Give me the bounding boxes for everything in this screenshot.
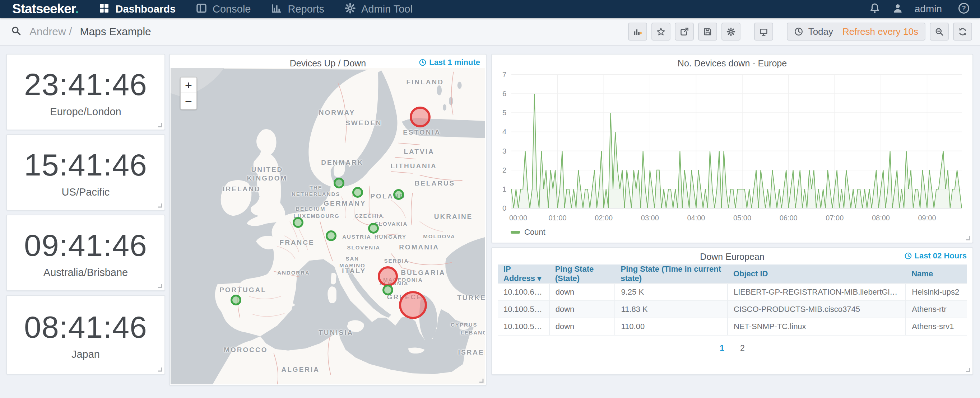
device-marker-up[interactable] bbox=[326, 230, 336, 241]
zoom-out-button[interactable] bbox=[930, 22, 949, 41]
settings-button[interactable] bbox=[721, 22, 740, 41]
resize-handle[interactable] bbox=[478, 377, 484, 383]
map-markers-layer bbox=[170, 68, 485, 384]
time-range-control[interactable]: Today Refresh every 10s bbox=[787, 22, 926, 41]
device-marker-down[interactable] bbox=[399, 291, 427, 319]
breadcrumb-current: Maps Example bbox=[80, 25, 151, 38]
down-devices-table: IP Address ▾Ping State (State)Ping State… bbox=[498, 265, 967, 353]
europe-map[interactable]: NORWAYSWEDENFINLANDESTONIALATVIALITHUANI… bbox=[170, 68, 485, 384]
dashboard-toolbar: Andrew / Maps Example bbox=[0, 18, 980, 46]
bell-icon[interactable] bbox=[869, 2, 881, 16]
clock-icon bbox=[794, 27, 803, 36]
table-body: 10.100.62.4down9.25 KLIEBERT-GP-REGISTRA… bbox=[498, 284, 967, 335]
device-marker-up[interactable] bbox=[293, 217, 304, 228]
refresh-button[interactable] bbox=[953, 22, 972, 41]
clock-panel-brisbane: 09:41:46 Australia/Brisbane bbox=[6, 215, 165, 291]
svg-text:7: 7 bbox=[503, 71, 506, 79]
display-mode-button[interactable] bbox=[754, 22, 773, 41]
breadcrumb-parent[interactable]: Andrew / bbox=[29, 25, 72, 38]
table-cell: Helsinki-ups2 bbox=[906, 284, 967, 301]
column-header[interactable]: Object ID bbox=[727, 265, 906, 284]
table-cell: 9.25 K bbox=[615, 284, 727, 301]
table-panel-title: Down European bbox=[492, 252, 972, 262]
table-row[interactable]: 10.100.59.254down11.83 KCISCO-PRODUCTS-M… bbox=[498, 301, 967, 318]
resize-handle[interactable] bbox=[965, 367, 970, 373]
device-marker-up[interactable] bbox=[393, 189, 404, 200]
page-number[interactable]: 1 bbox=[720, 343, 724, 353]
grid-icon bbox=[99, 3, 110, 16]
resize-handle[interactable] bbox=[157, 283, 163, 289]
table-row[interactable]: 10.100.62.4down9.25 KLIEBERT-GP-REGISTRA… bbox=[498, 284, 967, 301]
column-header[interactable]: Ping State (Time in current state) bbox=[615, 265, 727, 284]
svg-text:03:00: 03:00 bbox=[641, 214, 659, 222]
table-time-badge[interactable]: Last 02 Hours bbox=[904, 251, 967, 260]
table-cell: down bbox=[549, 284, 615, 301]
search-icon[interactable] bbox=[11, 25, 22, 38]
device-marker-up[interactable] bbox=[334, 178, 344, 189]
clock-panel-japan: 08:41:46 Japan bbox=[6, 295, 165, 375]
console-icon bbox=[196, 3, 207, 16]
clock-zone: Europe/London bbox=[50, 106, 121, 118]
user-name[interactable]: admin bbox=[915, 3, 942, 15]
save-button[interactable] bbox=[698, 22, 717, 41]
column-header[interactable]: Name bbox=[906, 265, 967, 284]
nav-label: Dashboards bbox=[115, 3, 176, 15]
svg-text:06:00: 06:00 bbox=[780, 214, 797, 222]
device-marker-up[interactable] bbox=[382, 285, 393, 295]
table-panel: Down European Last 02 Hours IP Address ▾… bbox=[491, 247, 973, 375]
gear-icon bbox=[344, 3, 356, 16]
resize-handle[interactable] bbox=[965, 235, 970, 241]
statseeker-logo[interactable]: Statseeker. bbox=[12, 2, 78, 16]
resize-handle[interactable] bbox=[157, 202, 163, 208]
table-cell: 10.100.59.254 bbox=[498, 301, 549, 318]
share-button[interactable] bbox=[675, 22, 694, 41]
devices-down-chart[interactable]: 0123456700:0001:0002:0003:0004:0005:0006… bbox=[494, 70, 972, 228]
clock-zone: Japan bbox=[72, 349, 100, 360]
map-zoom-out-button[interactable]: − bbox=[181, 93, 196, 109]
table-header-row: IP Address ▾Ping State (State)Ping State… bbox=[498, 265, 967, 284]
nav-item-admin-tool[interactable]: Admin Tool bbox=[344, 3, 413, 16]
navbar-right: admin ? bbox=[869, 2, 970, 16]
help-icon[interactable]: ? bbox=[958, 2, 970, 16]
map-zoom-control: + − bbox=[180, 77, 197, 110]
map-badge-label: Last 1 minute bbox=[429, 58, 480, 67]
clock-time: 09:41:46 bbox=[24, 228, 147, 263]
column-header[interactable]: Ping State (State) bbox=[549, 265, 615, 284]
auto-refresh-label[interactable]: Refresh every 10s bbox=[842, 26, 918, 37]
resize-handle[interactable] bbox=[157, 122, 163, 128]
svg-text:1: 1 bbox=[503, 185, 506, 193]
bar-chart-icon bbox=[271, 3, 282, 16]
table-row[interactable]: 10.100.59.11down110.00NET-SNMP-TC.linuxA… bbox=[498, 318, 967, 335]
device-marker-up[interactable] bbox=[231, 295, 241, 305]
device-marker-down[interactable] bbox=[378, 266, 398, 286]
chart-panel-header: No. Devices down - Europe bbox=[492, 55, 972, 69]
table-cell: down bbox=[549, 301, 615, 318]
device-marker-up[interactable] bbox=[368, 223, 379, 234]
page-number[interactable]: 2 bbox=[740, 343, 745, 353]
nav-item-console[interactable]: Console bbox=[196, 3, 251, 16]
map-zoom-in-button[interactable]: + bbox=[181, 78, 196, 93]
resize-handle[interactable] bbox=[157, 366, 163, 372]
dashboard-app: Statseeker. Dashboards Console Reports bbox=[0, 0, 980, 398]
chart-legend[interactable]: Count bbox=[511, 228, 546, 237]
device-marker-down[interactable] bbox=[410, 106, 431, 127]
table-panel-header: Down European Last 02 Hours bbox=[492, 248, 972, 262]
add-widget-button[interactable] bbox=[628, 22, 647, 41]
user-icon[interactable] bbox=[892, 2, 904, 16]
svg-text:5: 5 bbox=[503, 109, 506, 117]
svg-text:?: ? bbox=[962, 4, 966, 12]
nav-item-reports[interactable]: Reports bbox=[271, 3, 324, 16]
map-time-badge[interactable]: Last 1 minute bbox=[419, 58, 480, 67]
device-marker-up[interactable] bbox=[352, 187, 363, 198]
clock-zone: US/Pacific bbox=[62, 186, 110, 198]
favorite-button[interactable] bbox=[651, 22, 670, 41]
svg-text:01:00: 01:00 bbox=[549, 214, 567, 222]
column-header[interactable]: IP Address ▾ bbox=[498, 265, 549, 284]
nav-item-dashboards[interactable]: Dashboards bbox=[99, 3, 176, 16]
svg-text:4: 4 bbox=[503, 128, 506, 136]
toolbar-actions: Today Refresh every 10s bbox=[628, 22, 972, 41]
chart-panel: No. Devices down - Europe 0123456700:000… bbox=[491, 54, 973, 243]
svg-text:2: 2 bbox=[503, 166, 506, 174]
map-panel: Devices Up / Down Last 1 minute bbox=[169, 54, 487, 386]
clock-icon bbox=[904, 252, 912, 260]
